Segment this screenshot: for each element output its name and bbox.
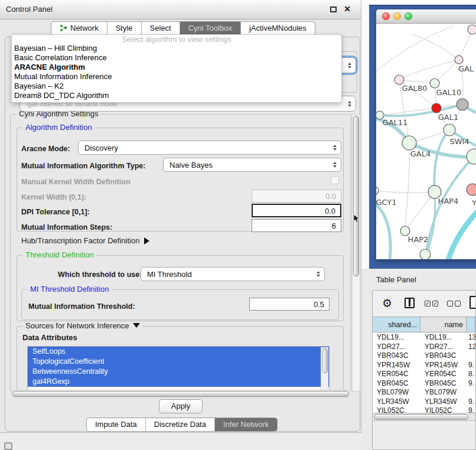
- document-icon[interactable]: [470, 296, 476, 309]
- network-node[interactable]: [467, 184, 476, 195]
- aracne-mode-combo[interactable]: Discovery: [78, 141, 341, 155]
- manual-kernel-checkbox[interactable]: [331, 176, 339, 184]
- close-traffic-light-icon[interactable]: [382, 12, 390, 20]
- network-canvas[interactable]: GALGAL80GAL10GAL1SWI4GAL11GAL4GCY1HAP4YH…: [376, 24, 476, 259]
- table-row[interactable]: YLR345WYLR345W9.: [373, 397, 475, 406]
- table-row[interactable]: YER054CYER054C8.: [373, 369, 475, 379]
- settings-horizontal-scrollbar[interactable]: [11, 390, 350, 398]
- table-row[interactable]: YBR045CYBR045C9.: [373, 379, 475, 388]
- tab-style[interactable]: Style: [107, 22, 141, 35]
- scrollbar-thumb[interactable]: [374, 414, 468, 420]
- scrollbar-thumb[interactable]: [353, 116, 359, 276]
- aracne-mode-label: Aracne Mode:: [21, 145, 70, 153]
- down-triangle-icon: [133, 323, 140, 328]
- zoom-traffic-light-icon[interactable]: [405, 12, 412, 20]
- data-attribute-option[interactable]: gal4RGexp: [28, 377, 329, 387]
- scrollbar-thumb[interactable]: [12, 391, 349, 397]
- network-window-titlebar[interactable]: [376, 9, 476, 24]
- network-node[interactable]: [402, 136, 416, 150]
- tab-impute-data[interactable]: Impute Data: [87, 418, 145, 431]
- minimized-panel-icon[interactable]: [4, 442, 12, 450]
- tab-cyni-toolbox[interactable]: Cyni Toolbox: [180, 22, 240, 35]
- data-attributes-list[interactable]: SelfLoopsTopologicalCoefficientBetweenne…: [27, 346, 330, 391]
- table-row[interactable]: YPR145WYPR145W9.: [373, 360, 475, 370]
- table-cell: YBR043C: [420, 351, 467, 360]
- network-node[interactable]: [468, 25, 476, 34]
- tab-label: Impute Data: [95, 420, 137, 429]
- table-cell: [467, 351, 475, 360]
- minimize-traffic-light-icon[interactable]: [393, 12, 401, 20]
- cyni-bottom-tabbar: Impute Data Discretize Data Infer Networ…: [86, 418, 278, 432]
- table-cell: YPR145W: [373, 360, 420, 370]
- panel-divider[interactable]: [361, 5, 369, 269]
- mi-steps-field[interactable]: 6: [252, 219, 341, 232]
- attributes-scrollbar[interactable]: [321, 347, 328, 391]
- column-header-partial[interactable]: [467, 317, 475, 332]
- network-node[interactable]: [376, 187, 379, 195]
- network-node[interactable]: [432, 103, 441, 113]
- unchecked-box-icon[interactable]: [447, 301, 453, 306]
- checked-box-icon[interactable]: ✓: [432, 301, 438, 306]
- data-attribute-option[interactable]: SelfLoops: [28, 347, 329, 357]
- table-row[interactable]: YBR043CYBR043C: [373, 351, 475, 360]
- algorithm-option[interactable]: Basic Correlation Inference: [12, 53, 341, 63]
- unchecked-box-icon[interactable]: [455, 301, 461, 306]
- algorithm-option[interactable]: ARACNE Algorithm: [12, 63, 341, 72]
- data-attribute-option[interactable]: BetweennessCentrality: [28, 367, 329, 377]
- network-node-label: GCY1: [376, 198, 397, 207]
- cyni-algorithm-settings-group: Cyni Algorithm Settings Algorithm Defini…: [10, 114, 351, 392]
- tab-network[interactable]: Network: [51, 22, 107, 35]
- network-node[interactable]: [395, 75, 404, 84]
- sources-title[interactable]: Sources for Network Inference: [23, 321, 142, 330]
- network-node[interactable]: [457, 99, 468, 110]
- table-cell: YBL079W: [420, 387, 467, 397]
- close-icon[interactable]: ✕: [344, 4, 351, 14]
- algorithm-option[interactable]: Bayesian – K2: [12, 81, 341, 91]
- network-desktop: GALGAL80GAL10GAL1SWI4GAL11GAL4GCY1HAP4YH…: [369, 5, 476, 269]
- which-threshold-combo[interactable]: MI Threshold: [141, 267, 325, 281]
- network-node[interactable]: [430, 79, 439, 88]
- columns-icon[interactable]: [405, 298, 415, 308]
- algorithm-option[interactable]: Dream8 DC_TDC Algorithm: [12, 91, 341, 100]
- network-node[interactable]: [420, 249, 431, 259]
- mi-type-value: Naive Bayes: [169, 161, 213, 169]
- data-attribute-option[interactable]: TopologicalCoefficient: [28, 357, 329, 367]
- mi-steps-label: Mutual Information Steps:: [21, 223, 112, 231]
- apply-button[interactable]: Apply: [159, 399, 203, 413]
- network-edge: [399, 80, 435, 83]
- tab-jactivemnodules[interactable]: jActiveMNodules: [240, 22, 315, 35]
- kernel-width-field[interactable]: 0.0: [252, 190, 341, 203]
- float-window-icon[interactable]: [330, 6, 337, 12]
- tab-label: Style: [116, 24, 133, 32]
- network-node[interactable]: [455, 56, 463, 64]
- scrollbar-thumb[interactable]: [322, 348, 328, 373]
- table-row[interactable]: YDR27...YDR27...12: [373, 342, 475, 351]
- gear-icon[interactable]: ⚙: [382, 296, 392, 309]
- table-cell: YPR145W: [420, 360, 467, 370]
- column-header-shared[interactable]: shared...: [373, 317, 420, 332]
- algorithm-option[interactable]: Mutual Information Inference: [12, 72, 341, 81]
- dpi-tolerance-field[interactable]: 0.0: [252, 204, 341, 217]
- algorithm-dropdown-popup: Select algorithm to view settings Bayesi…: [11, 34, 342, 103]
- tab-discretize-data[interactable]: Discretize Data: [145, 418, 214, 431]
- settings-vertical-scrollbar[interactable]: [352, 114, 360, 392]
- column-header-name[interactable]: name: [420, 317, 467, 332]
- mi-threshold-field[interactable]: 0.5: [249, 298, 330, 311]
- table-row[interactable]: YDL19...YDL19...13: [373, 332, 475, 342]
- algorithm-option[interactable]: Bayesian – Hill Climbing: [12, 44, 341, 53]
- tab-select[interactable]: Select: [141, 22, 180, 35]
- hub-section-toggle[interactable]: Hub/Transcription Factor Definition: [21, 236, 149, 245]
- network-node[interactable]: [444, 124, 455, 136]
- dpi-tolerance-label: DPI Tolerance [0,1]:: [21, 208, 90, 216]
- network-icon: [60, 24, 67, 32]
- tab-label: jActiveMNodules: [249, 24, 307, 32]
- control-panel-titlebar: Control Panel ✕: [0, 0, 361, 19]
- table-row[interactable]: YBL079WYBL079W: [373, 387, 475, 397]
- network-node[interactable]: [400, 226, 410, 236]
- tab-infer-network[interactable]: Infer Network: [214, 418, 277, 431]
- mi-type-combo[interactable]: Naive Bayes: [163, 158, 341, 172]
- network-edge: [405, 143, 409, 231]
- table-horizontal-scrollbar[interactable]: [373, 413, 475, 421]
- combo-arrows-icon: [348, 63, 351, 69]
- checked-box-icon[interactable]: ✓: [425, 301, 431, 306]
